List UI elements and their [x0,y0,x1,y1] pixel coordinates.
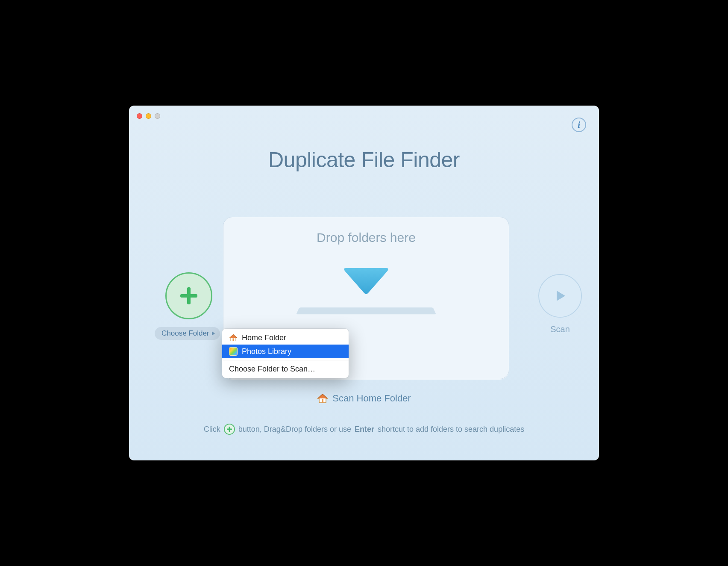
window-close-button[interactable] [137,113,142,119]
svg-rect-1 [180,294,197,298]
hint-text-mid: button, Drag&Drop folders or use [238,425,351,434]
menu-item-choose-folder[interactable]: Choose Folder to Scan… [222,362,349,376]
menu-item-home-folder[interactable]: Home Folder [222,331,349,345]
svg-rect-3 [322,399,323,403]
download-arrow-icon [343,266,390,296]
chevron-right-icon [212,331,215,336]
home-icon [229,334,238,342]
plus-icon [179,286,199,306]
drop-zone-title: Drop folders here [317,230,416,245]
photos-icon [229,347,238,356]
scan-button-label: Scan [538,324,582,334]
window-traffic-lights [137,113,160,119]
choose-folder-menu: Home Folder Photos Library Choose Folder… [222,329,349,378]
choose-folder-dropdown[interactable]: Choose Folder [155,327,220,340]
app-window: i Duplicate File Finder Drop folders her… [129,106,599,460]
svg-rect-2 [233,339,234,341]
drop-platform-graphic [296,307,436,314]
scan-home-folder-label: Scan Home Folder [332,393,411,404]
window-minimize-button[interactable] [146,113,151,119]
menu-item-photos-library[interactable]: Photos Library [222,345,349,358]
menu-item-label: Photos Library [242,347,291,356]
app-title: Duplicate File Finder [129,147,599,172]
menu-item-label: Choose Folder to Scan… [229,365,315,374]
hint-text: Click button, Drag&Drop folders or use E… [129,424,599,435]
choose-folder-label: Choose Folder [161,329,209,338]
hint-text-pre: Click [204,425,220,434]
home-icon [317,393,328,404]
play-icon [552,288,568,304]
info-icon: i [578,119,580,130]
hint-text-post: shortcut to add folders to search duplic… [378,425,524,434]
hint-text-enter: Enter [355,425,374,434]
add-folder-button[interactable] [165,272,212,319]
scan-home-folder-link[interactable]: Scan Home Folder [129,393,599,404]
menu-item-label: Home Folder [242,333,286,342]
info-button[interactable]: i [572,118,586,132]
plus-icon-small [224,424,235,435]
scan-button[interactable] [538,274,582,318]
window-zoom-button[interactable] [155,113,160,119]
svg-rect-5 [227,429,232,430]
menu-separator [222,360,349,360]
